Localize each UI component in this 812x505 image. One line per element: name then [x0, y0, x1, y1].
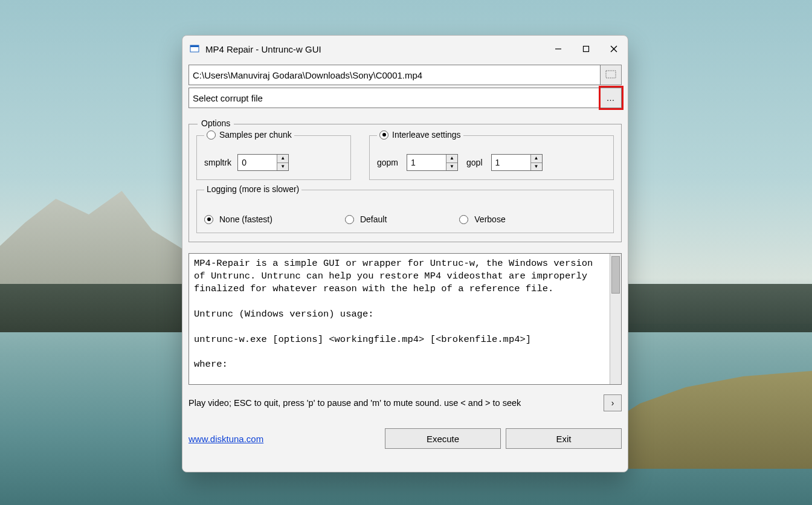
maximize-button[interactable]: [572, 36, 600, 62]
app-window: MP4 Repair - Untrunc-w GUI C:\U: [182, 35, 628, 472]
corrupt-file-input[interactable]: Select corrupt file: [188, 88, 601, 108]
logging-none-label: None (fastest): [219, 214, 272, 224]
desktop-background: MP4 Repair - Untrunc-w GUI C:\U: [0, 0, 812, 505]
spin-up-icon[interactable]: ▲: [446, 155, 457, 163]
samples-subgroup: Samples per chunk smpltrk ▲ ▼: [196, 135, 351, 180]
svg-rect-3: [584, 47, 589, 52]
logging-none-radio[interactable]: [204, 215, 213, 224]
chevron-right-icon: ›: [611, 398, 614, 408]
info-scrollbar[interactable]: [610, 254, 621, 384]
window-title: MP4 Repair - Untrunc-w GUI: [205, 44, 321, 54]
reference-file-path: C:\Users\Manuviraj Godara\Downloads\Sony…: [193, 70, 422, 80]
play-button[interactable]: ›: [604, 394, 622, 411]
spin-down-icon[interactable]: ▼: [446, 163, 457, 171]
gopl-label: gopl: [466, 158, 482, 167]
corrupt-file-placeholder: Select corrupt file: [193, 93, 263, 103]
spin-down-icon[interactable]: ▼: [277, 163, 288, 171]
gopm-spinner[interactable]: ▲ ▼: [407, 154, 458, 171]
browse-corrupt-button[interactable]: …: [601, 88, 622, 108]
options-group: Options Samples per chunk smpltrk ▲: [188, 124, 622, 242]
titlebar[interactable]: MP4 Repair - Untrunc-w GUI: [182, 36, 628, 62]
info-text[interactable]: MP4-Repair is a simple GUI or wrapper fo…: [189, 254, 610, 384]
logging-default-label: Default: [360, 214, 387, 224]
logging-subgroup: Logging (more is slower) None (fastest) …: [196, 190, 614, 233]
close-button[interactable]: [600, 36, 628, 62]
gopl-spinner[interactable]: ▲ ▼: [491, 154, 543, 171]
gopm-input[interactable]: [407, 155, 446, 170]
minimize-button[interactable]: [544, 36, 572, 62]
svg-rect-1: [190, 45, 199, 47]
ellipsis-icon: [605, 70, 616, 80]
interleave-legend: Interleave settings: [392, 130, 461, 140]
logging-legend: Logging (more is slower): [204, 184, 301, 194]
spin-up-icon[interactable]: ▲: [531, 155, 542, 163]
spin-down-icon[interactable]: ▼: [531, 163, 542, 171]
reference-file-input[interactable]: C:\Users\Manuviraj Godara\Downloads\Sony…: [188, 65, 601, 85]
interleave-subgroup: Interleave settings gopm ▲ ▼ gopl: [369, 135, 614, 180]
app-icon: [190, 44, 199, 54]
execute-button[interactable]: Execute: [385, 428, 501, 449]
interleave-radio[interactable]: [379, 130, 388, 140]
smpltrk-input[interactable]: [238, 155, 277, 170]
browse-reference-button[interactable]: [601, 65, 622, 85]
samples-legend: Samples per chunk: [219, 130, 292, 140]
scrollbar-thumb[interactable]: [611, 256, 620, 294]
samples-radio[interactable]: [207, 130, 216, 140]
logging-verbose-label: Verbose: [474, 214, 505, 224]
logging-verbose-radio[interactable]: [459, 215, 468, 224]
info-panel: MP4-Repair is a simple GUI or wrapper fo…: [188, 253, 622, 385]
exit-button[interactable]: Exit: [506, 428, 622, 449]
spin-up-icon[interactable]: ▲: [277, 155, 288, 163]
smpltrk-spinner[interactable]: ▲ ▼: [237, 154, 289, 171]
options-legend: Options: [198, 118, 234, 128]
gopl-input[interactable]: [492, 155, 530, 170]
smpltrk-label: smpltrk: [204, 158, 231, 167]
ellipsis-icon: …: [607, 93, 616, 103]
svg-rect-6: [606, 71, 616, 78]
gopm-label: gopm: [377, 158, 398, 167]
play-hint: Play video; ESC to quit, press 'p' to pa…: [188, 398, 521, 408]
website-link[interactable]: www.disktuna.com: [188, 434, 263, 444]
logging-default-radio[interactable]: [345, 215, 354, 224]
